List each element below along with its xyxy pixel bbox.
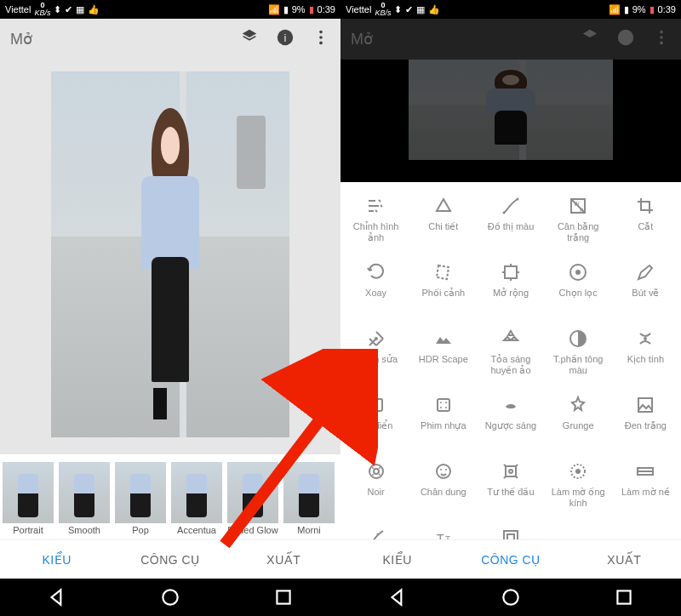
tool-c-t[interactable]: Cắt	[612, 189, 679, 255]
tool-m-r-ng[interactable]: Mở rộng	[477, 255, 544, 322]
svg-rect-24	[438, 399, 449, 411]
tool-icon: 1	[364, 393, 388, 417]
tool-ch-n-l-c[interactable]: Chọn lọc	[545, 255, 612, 322]
tool-icon	[499, 327, 523, 351]
tab-styles[interactable]: KIỂU	[340, 540, 454, 579]
tool-label: Làm mờ ống kính	[547, 487, 609, 508]
tool-label: HDR Scape	[419, 354, 468, 365]
svg-rect-16	[505, 266, 517, 278]
svg-point-31	[374, 469, 379, 474]
nav-recent[interactable]	[613, 586, 635, 608]
layers-icon	[581, 28, 599, 50]
style-thumb[interactable]: Pop	[114, 462, 167, 535]
svg-text:B: B	[580, 208, 584, 214]
tool-hdr-scape[interactable]: HDR Scape	[409, 322, 477, 388]
tool-phim-nh-a[interactable]: Phim nhựa	[409, 388, 477, 454]
tool--th-m-u[interactable]: Đồ thị màu	[477, 189, 544, 255]
svg-point-5	[163, 590, 177, 604]
tool-b-t-v-[interactable]: Bút vẽ	[612, 255, 679, 322]
tool-chi-ti-t[interactable]: Chi tiết	[409, 189, 477, 255]
tool-ph-i-c-nh[interactable]: Phối cảnh	[409, 255, 477, 322]
screen-right: Viettel 0KB/s ⬍ ✔ ▦ 👍 📶 ▮ 9% ▮ 0:39 Mở	[340, 0, 681, 616]
tool-item-27[interactable]	[477, 521, 544, 539]
style-thumb[interactable]: Morni	[283, 462, 335, 535]
style-thumb[interactable]: Portrait	[2, 462, 54, 535]
styles-strip[interactable]: Portrait Smooth Pop Accentua Faded Glow …	[0, 454, 340, 539]
thumb-icon: 👍	[88, 4, 100, 15]
carrier-label: Viettel	[346, 4, 371, 14]
tool-icon	[633, 327, 657, 351]
tool-label: Đồ thị màu	[488, 221, 535, 232]
tool-icon	[566, 260, 590, 284]
wifi-icon: 📶	[268, 4, 280, 15]
tool-t-th-u[interactable]: Tư thế đầu	[477, 454, 544, 521]
tool-label: T.phần tông màu	[547, 354, 609, 375]
tool-icon	[499, 459, 523, 483]
tool-t-ph-n-t-ng-m-u[interactable]: T.phần tông màu	[545, 322, 612, 388]
tool-label: Chỉnh sửa	[354, 354, 398, 365]
tool-label: Cân bằng trắng	[547, 221, 609, 242]
thumb-icon: 👍	[428, 4, 440, 15]
tool-item-29[interactable]	[612, 521, 679, 539]
tool-ch-nh-s-a[interactable]: Chỉnh sửa	[342, 322, 409, 388]
tool-k-ch-t-nh[interactable]: Kịch tính	[612, 322, 679, 388]
tool-ng-c-s-ng[interactable]: Ngược sáng	[477, 388, 544, 454]
screen-left: Viettel 0KB/s ⬍ ✔ ▦ 👍 📶 ▮ 9% ▮ 0:39 Mở i	[0, 0, 340, 616]
tool-c-i-n[interactable]: 1Cổ điển	[342, 388, 409, 454]
battery-icon: ▮	[309, 4, 314, 15]
tool-noir[interactable]: Noir	[342, 454, 409, 521]
tool-icon	[432, 393, 455, 417]
tab-tools[interactable]: CÔNG CỤ	[113, 540, 226, 579]
tool--en-tr-ng[interactable]: Đen trắng	[612, 388, 679, 454]
tool-t-a-s-ng-huy-n-o[interactable]: Tỏa sáng huyền ảo	[477, 322, 544, 388]
svg-point-18	[575, 270, 581, 275]
nav-back[interactable]	[46, 586, 68, 608]
svg-point-34	[372, 474, 374, 476]
tool-t-[interactable]: TTTт	[409, 521, 477, 539]
tool-label: Tư thế đầu	[487, 487, 534, 498]
tool-item-25[interactable]	[342, 521, 409, 539]
open-button[interactable]: Mở	[10, 30, 32, 48]
tool-icon	[633, 260, 657, 284]
tool-l-m-m-n-[interactable]: Làm mờ nề	[612, 454, 679, 521]
tool-l-m-m-ng-k-nh[interactable]: Làm mờ ống kính	[545, 454, 612, 521]
style-thumb[interactable]: Faded Glow	[226, 462, 279, 535]
dimmed-backdrop[interactable]: Mở	[340, 19, 681, 182]
nav-home[interactable]	[159, 586, 181, 608]
battery-text: 9%	[292, 4, 306, 14]
tool-item-28[interactable]	[545, 521, 612, 539]
style-thumb[interactable]: Accentua	[170, 462, 223, 535]
tool-grunge[interactable]: Grunge	[545, 388, 612, 454]
tool-xoay[interactable]: Xoay	[342, 255, 409, 322]
tool-c-n-b-ng-tr-ng[interactable]: WBCân bằng trắng	[545, 189, 612, 255]
svg-rect-29	[638, 398, 652, 412]
photo-canvas[interactable]	[0, 60, 340, 454]
tool-label: Phối cảnh	[421, 288, 465, 299]
info-icon[interactable]: i	[276, 28, 295, 50]
layers-icon[interactable]	[240, 28, 259, 50]
more-icon[interactable]	[312, 28, 330, 50]
svg-point-7	[618, 30, 633, 45]
svg-point-41	[575, 469, 581, 474]
svg-point-33	[379, 467, 381, 469]
nav-home[interactable]	[500, 586, 522, 608]
nav-back[interactable]	[386, 586, 409, 608]
svg-point-2	[319, 31, 323, 34]
style-thumb[interactable]: Smooth	[58, 462, 111, 535]
svg-point-3	[319, 36, 323, 39]
svg-point-49	[503, 590, 518, 604]
tool-ch-n-dung[interactable]: Chân dung	[409, 454, 477, 521]
tool-label: Bút vẽ	[632, 288, 659, 299]
tool-icon	[633, 459, 657, 483]
tab-styles[interactable]: KIỂU	[0, 540, 113, 579]
tab-tools[interactable]: CÔNG CỤ	[454, 540, 567, 579]
picture-icon: ▦	[416, 4, 425, 15]
svg-point-19	[375, 337, 378, 340]
tab-export[interactable]: XUẤT	[568, 540, 681, 579]
svg-text:1: 1	[374, 401, 379, 410]
tab-export[interactable]: XUẤT	[227, 540, 340, 579]
svg-point-4	[319, 42, 323, 45]
tool-ch-nh-h-nh-nh[interactable]: Chỉnh hình ảnh	[342, 189, 409, 255]
nav-recent[interactable]	[272, 586, 295, 608]
svg-point-39	[509, 470, 512, 473]
